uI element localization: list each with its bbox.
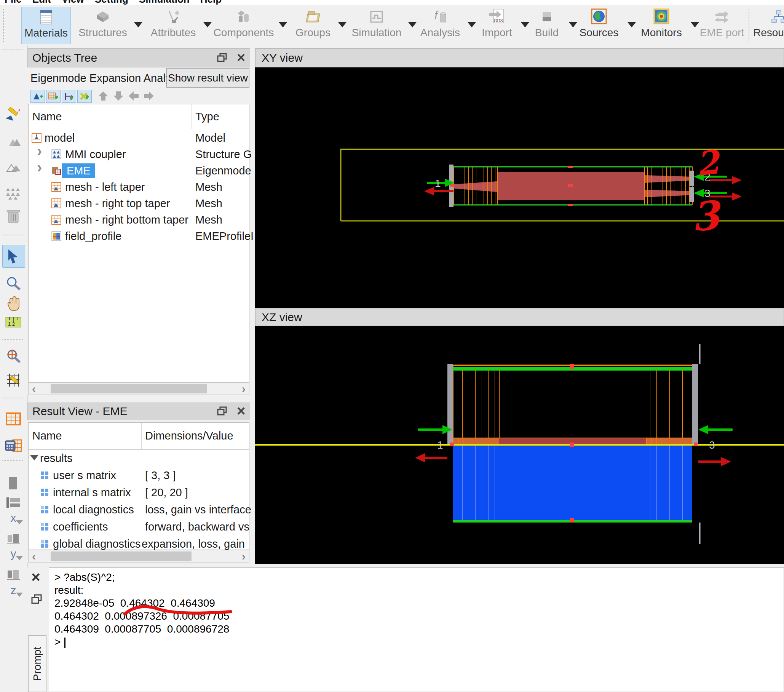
attributes-dropdown[interactable] (203, 22, 212, 27)
scroll-left-arrow[interactable]: ‹ (28, 550, 39, 562)
objects-tree-hscrollbar[interactable]: ‹ › (28, 382, 249, 395)
build-button[interactable]: Build (529, 7, 564, 43)
xz-view-header[interactable]: XZ view (255, 308, 784, 326)
xz-viewport[interactable]: 1 3 (255, 326, 784, 564)
edit-mesh-button[interactable] (2, 369, 25, 392)
expand-chevron[interactable]: › (37, 147, 42, 155)
close-console-button[interactable]: × (28, 570, 43, 583)
materials-button[interactable]: Materials (21, 7, 71, 44)
group-structure-button[interactable] (2, 157, 25, 179)
prompt-tab[interactable]: Prompt (28, 635, 46, 692)
collapse-arrow[interactable] (30, 455, 38, 460)
structures-dropdown[interactable] (134, 22, 142, 27)
array-structure-button[interactable] (2, 182, 25, 204)
axis-x-dropdown[interactable] (16, 520, 23, 524)
tree-row-mesh-right-bottom-taper[interactable]: mesh - right bottom taper Mesh (28, 212, 249, 228)
import-button[interactable]: GDS Import (477, 7, 517, 43)
result-col-value[interactable]: Dimensions/Value (145, 430, 234, 442)
result-row-local-diagnostics[interactable]: local diagnostics loss, gain vs interfac… (28, 501, 249, 518)
monitors-button[interactable]: Monitors (637, 7, 686, 43)
measure-tool-button[interactable]: 1 2 (2, 311, 25, 333)
delete-button[interactable] (2, 205, 25, 227)
tree-row-eme[interactable]: › EME Eigenmode (28, 163, 249, 179)
groups-dropdown[interactable] (338, 22, 346, 27)
scroll-right-arrow[interactable]: › (238, 383, 249, 395)
axis-x-selector[interactable]: x (2, 510, 25, 526)
axis-z-selector[interactable]: z (2, 583, 25, 598)
float-panel-button[interactable] (214, 51, 230, 64)
result-col-name[interactable]: Name (32, 430, 62, 442)
resources-button[interactable]: Resources (753, 7, 784, 43)
add-monitor-button[interactable] (62, 90, 76, 103)
scroll-left-arrow[interactable]: ‹ (28, 383, 39, 395)
result-row-user-s-matrix[interactable]: user s matrix [ 3, 3 ] (28, 467, 249, 484)
structures-button[interactable]: Structures (76, 7, 130, 43)
analysis-button[interactable]: f Analysis (417, 7, 463, 43)
result-row-coefficients[interactable]: coefficients forward, backward vs (28, 518, 249, 535)
tree-col-type[interactable]: Type (195, 110, 219, 123)
groups-button[interactable]: Groups (292, 7, 334, 43)
menu-help[interactable]: Help (200, 0, 222, 5)
tree-row-mesh-left-taper[interactable]: mesh - left taper Mesh (28, 179, 249, 195)
mesh-view-button[interactable] (2, 408, 25, 430)
tree-col-name[interactable]: Name (32, 110, 62, 123)
show-result-view-button[interactable]: Show result view (166, 68, 249, 87)
menu-view[interactable]: View (62, 0, 84, 5)
result-view-hscrollbar[interactable]: ‹ › (28, 550, 249, 562)
zoom-tool-button[interactable] (2, 273, 25, 295)
axis-z-dropdown[interactable] (16, 593, 23, 597)
analysis-dropdown[interactable] (468, 22, 476, 27)
add-mesh-button[interactable] (46, 90, 61, 103)
mesh-left-region[interactable] (453, 167, 497, 205)
mesh-right-region[interactable] (646, 371, 692, 438)
float-panel-button[interactable] (214, 404, 230, 417)
edit-object-button[interactable] (2, 103, 25, 125)
result-row-internal-s-matrix[interactable]: internal s matrix [ 20, 20 ] (28, 484, 249, 501)
xy-view-header[interactable]: XY view (255, 48, 784, 68)
port-2-cell[interactable] (690, 171, 694, 186)
close-panel-button[interactable]: × (234, 51, 249, 64)
attributes-button[interactable]: Attributes (148, 7, 199, 43)
left-port-plane[interactable] (447, 364, 453, 445)
axis-y-selector[interactable]: y (2, 546, 25, 561)
axis-y-dropdown[interactable] (16, 556, 23, 560)
components-dropdown[interactable] (279, 22, 287, 27)
tree-row-mmi-coupler[interactable]: › MMI coupler Structure G (28, 146, 249, 163)
sources-dropdown[interactable] (628, 22, 636, 27)
components-button[interactable]: Components (213, 7, 274, 43)
mesh-right-region[interactable] (645, 167, 692, 205)
scrollbar-thumb[interactable] (51, 552, 191, 561)
menu-file[interactable]: File (5, 0, 22, 5)
tree-row-mesh-right-top-taper[interactable]: mesh - right top taper Mesh (28, 195, 249, 212)
duplicate-structure-button[interactable] (2, 132, 25, 153)
scroll-right-arrow[interactable]: › (238, 550, 249, 562)
mesh-left-region[interactable] (453, 371, 499, 438)
eme-port-button[interactable]: EME port (699, 7, 745, 43)
result-row-results[interactable]: results (28, 450, 249, 467)
import-dropdown[interactable] (521, 22, 529, 27)
column-divider[interactable] (191, 104, 192, 129)
float-console-button[interactable] (29, 593, 44, 606)
select-tool-button[interactable] (2, 245, 25, 268)
move-left-button[interactable] (128, 91, 139, 101)
zoom-extents-button[interactable] (2, 345, 25, 367)
expand-chevron[interactable]: › (37, 163, 42, 171)
simulation-button[interactable]: Simulation (349, 7, 404, 43)
move-up-button[interactable] (97, 91, 109, 101)
simulation-dropdown[interactable] (408, 22, 417, 27)
move-right-button[interactable] (143, 91, 155, 101)
close-panel-button[interactable]: × (234, 404, 249, 417)
add-structure-button[interactable] (30, 90, 45, 103)
xy-viewport[interactable]: 1 2 3 2 3 (255, 68, 784, 308)
single-view-button[interactable] (2, 472, 25, 494)
menu-setting[interactable]: Setting (95, 0, 128, 5)
scrollbar-thumb[interactable] (51, 384, 207, 394)
script-prompt-area[interactable]: > ?abs(S)^2; result: 2.92848e-05 0.46430… (49, 567, 784, 692)
monitors-dropdown[interactable] (691, 22, 699, 27)
tree-row-field-profile[interactable]: field_profile EMEProfileI (28, 228, 249, 244)
move-down-button[interactable] (113, 91, 124, 101)
menu-edit[interactable]: Edit (32, 0, 51, 5)
sources-button[interactable]: Sources (576, 7, 622, 43)
tree-row-model[interactable]: model Model (28, 130, 249, 146)
column-divider[interactable] (141, 423, 142, 450)
